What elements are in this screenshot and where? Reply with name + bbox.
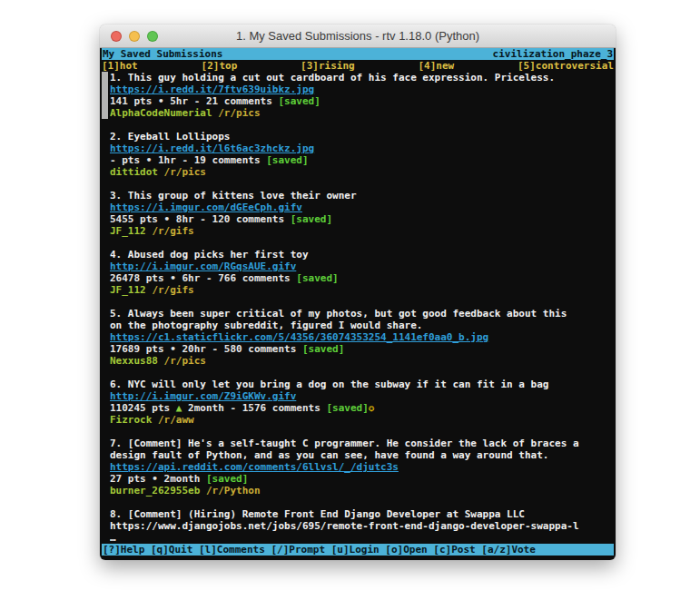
tab-3rising[interactable]: [3]rising bbox=[301, 60, 355, 72]
help-item-lcomments[interactable]: [l]Comments bbox=[199, 544, 265, 556]
page-title: My Saved Submissions bbox=[103, 48, 222, 60]
post-stats: 141 pts • 5hr - 21 comments [saved] bbox=[110, 95, 614, 107]
terminal-window: 1. My Saved Submissions - rtv 1.18.0 (Py… bbox=[100, 25, 616, 560]
post-author: JF_112 bbox=[110, 284, 146, 296]
post-link[interactable]: http://i.imgur.com/Z9iGKWv.gifv bbox=[110, 390, 614, 402]
post-link[interactable]: https://i.redd.it/7ftv639uibkz.jpg bbox=[110, 84, 614, 95]
stats-text: 110245 pts bbox=[110, 402, 176, 414]
saved-badge: [saved] bbox=[291, 213, 332, 225]
post-title-line: … bbox=[110, 532, 614, 544]
stats-text: 2month - 1576 comments bbox=[182, 402, 326, 414]
logged-in-username: civilization_phaze_3 bbox=[493, 48, 613, 60]
post-byline: JF_112 /r/gifs bbox=[110, 225, 614, 237]
post-subreddit: /r/aww bbox=[158, 414, 194, 426]
post-subreddit: /r/Python bbox=[206, 485, 261, 497]
post-subreddit: /r/gifs bbox=[152, 225, 193, 237]
window-titlebar[interactable]: 1. My Saved Submissions - rtv 1.18.0 (Py… bbox=[100, 25, 616, 48]
window-title: 1. My Saved Submissions - rtv 1.18.0 (Py… bbox=[100, 25, 616, 47]
tab-4new[interactable]: [4]new bbox=[418, 60, 454, 72]
saved-badge: [saved] bbox=[206, 473, 248, 485]
stats-text: 17689 pts • 20hr - 580 comments bbox=[110, 343, 302, 355]
post-author: JF_112 bbox=[110, 225, 146, 237]
post-subreddit: /r/pics bbox=[164, 355, 206, 367]
tab-2top[interactable]: [2]top bbox=[202, 60, 238, 72]
post-title-line: 1. This guy holding a cut out cardboard … bbox=[110, 72, 614, 84]
stats-text: - pts • 1hr - 19 comments bbox=[110, 154, 266, 166]
post-subreddit: /r/gifs bbox=[152, 284, 193, 296]
post-stats: 27 pts • 2month [saved] bbox=[110, 473, 614, 485]
post-stats: 26478 pts • 6hr - 766 comments [saved] bbox=[110, 272, 614, 284]
post-link[interactable]: http://i.imgur.com/RGqsAUE.gifv bbox=[110, 261, 614, 272]
saved-badge: [saved] bbox=[266, 154, 308, 166]
post-author: Nexxus88 bbox=[110, 355, 158, 367]
post-stats: 17689 pts • 20hr - 580 comments [saved] bbox=[110, 343, 614, 355]
post-link[interactable]: https://c1.staticflickr.com/5/4356/36074… bbox=[110, 331, 614, 343]
post-title-line: 2. Eyeball Lollipops bbox=[110, 131, 614, 143]
selection-cursor bbox=[102, 72, 108, 119]
stats-text: 5455 pts • 8hr - 120 comments bbox=[110, 213, 291, 225]
sort-tabs: [1]hot[2]top[3]rising[4]new[5]controvers… bbox=[102, 60, 614, 72]
tab-5controversial[interactable]: [5]controversial bbox=[518, 60, 614, 72]
post-4[interactable]: 4. Abused dog picks her first toyhttp://… bbox=[110, 249, 614, 296]
zoom-button[interactable] bbox=[147, 31, 158, 42]
post-5[interactable]: 5. Always been super critical of my phot… bbox=[110, 308, 614, 367]
post-title-line: 7. [Comment] He's a self-taught C progra… bbox=[110, 438, 614, 449]
post-author: Fizrock bbox=[110, 414, 152, 426]
gilded-icon: ✪ bbox=[369, 402, 375, 414]
tab-1hot[interactable]: [1]hot bbox=[102, 60, 138, 72]
post-title-line: 4. Abused dog picks her first toy bbox=[110, 249, 614, 261]
post-title-line: 6. NYC will only let you bring a dog on … bbox=[110, 379, 614, 390]
post-link[interactable]: https://api.reddit.com/comments/6llvsl/_… bbox=[110, 461, 614, 473]
post-list: 1. This guy holding a cut out cardboard … bbox=[102, 72, 614, 544]
saved-badge: [saved] bbox=[296, 272, 338, 284]
help-item-cpost[interactable]: [c]Post bbox=[433, 544, 475, 556]
post-stats: 110245 pts ▲ 2month - 1576 comments [sav… bbox=[110, 402, 614, 414]
help-item-azvote[interactable]: [a/z]Vote bbox=[481, 544, 536, 556]
post-subreddit: /r/pics bbox=[164, 166, 206, 178]
post-1[interactable]: 1. This guy holding a cut out cardboard … bbox=[110, 72, 614, 119]
post-link[interactable]: https://i.imgur.com/dGEeCph.gifv bbox=[110, 202, 614, 213]
post-author: AlphaCodeNumerial bbox=[110, 107, 212, 119]
help-item-prompt[interactable]: [/]Prompt bbox=[271, 544, 325, 556]
post-title-line: 8. [Comment] (Hiring) Remote Front End D… bbox=[110, 508, 614, 520]
post-byline: burner_262955eb /r/Python bbox=[110, 485, 614, 497]
saved-badge: [saved] bbox=[302, 343, 344, 355]
help-item-oopen[interactable]: [o]Open bbox=[385, 544, 427, 556]
status-header: My Saved Submissions civilization_phaze_… bbox=[102, 48, 614, 60]
post-8[interactable]: 8. [Comment] (Hiring) Remote Front End D… bbox=[110, 508, 614, 544]
post-6[interactable]: 6. NYC will only let you bring a dog on … bbox=[110, 379, 614, 426]
post-link[interactable]: https://i.redd.it/l6t6ac3zhckz.jpg bbox=[110, 143, 614, 154]
minimize-button[interactable] bbox=[129, 31, 140, 42]
stats-text: 27 pts • 2month bbox=[110, 473, 206, 485]
post-3[interactable]: 3. This group of kittens love their owne… bbox=[110, 190, 614, 237]
traffic-lights bbox=[111, 31, 158, 42]
post-byline: Nexxus88 /r/pics bbox=[110, 355, 614, 367]
terminal-content: My Saved Submissions civilization_phaze_… bbox=[100, 48, 616, 560]
help-item-ulogin[interactable]: [u]Login bbox=[331, 544, 380, 556]
post-subreddit: /r/pics bbox=[218, 107, 260, 119]
stats-text: 26478 pts • 6hr - 766 comments bbox=[110, 272, 296, 284]
close-button[interactable] bbox=[111, 31, 122, 42]
help-bar: [?]Help [q]Quit [l]Comments [/]Prompt [u… bbox=[102, 544, 614, 556]
saved-badge: [saved] bbox=[278, 95, 320, 107]
post-title-line: design fault of Python, and as you can s… bbox=[110, 449, 614, 461]
post-byline: dittidot /r/pics bbox=[110, 166, 614, 178]
post-title-line: 5. Always been super critical of my phot… bbox=[110, 308, 614, 320]
post-stats: 5455 pts • 8hr - 120 comments [saved] bbox=[110, 213, 614, 225]
stats-text: 141 pts • 5hr - 21 comments bbox=[110, 95, 278, 107]
post-2[interactable]: 2. Eyeball Lollipopshttps://i.redd.it/l6… bbox=[110, 131, 614, 178]
post-stats: - pts • 1hr - 19 comments [saved] bbox=[110, 154, 614, 166]
help-item-help[interactable]: [?]Help bbox=[103, 544, 144, 556]
post-title-line: on the photography subreddit, figured I … bbox=[110, 320, 614, 331]
post-byline: Fizrock /r/aww bbox=[110, 414, 614, 426]
post-title-line: https://www.djangojobs.net/jobs/695/remo… bbox=[110, 520, 614, 532]
help-item-qquit[interactable]: [q]Quit bbox=[151, 544, 192, 556]
post-author: dittidot bbox=[110, 166, 158, 178]
post-byline: AlphaCodeNumerial /r/pics bbox=[110, 107, 614, 119]
post-byline: JF_112 /r/gifs bbox=[110, 284, 614, 296]
post-author: burner_262955eb bbox=[110, 485, 200, 497]
saved-badge: [saved] bbox=[326, 402, 368, 414]
post-7[interactable]: 7. [Comment] He's a self-taught C progra… bbox=[110, 438, 614, 497]
desktop-background: 1. My Saved Submissions - rtv 1.18.0 (Py… bbox=[0, 0, 700, 590]
post-title-line: 3. This group of kittens love their owne… bbox=[110, 190, 614, 202]
